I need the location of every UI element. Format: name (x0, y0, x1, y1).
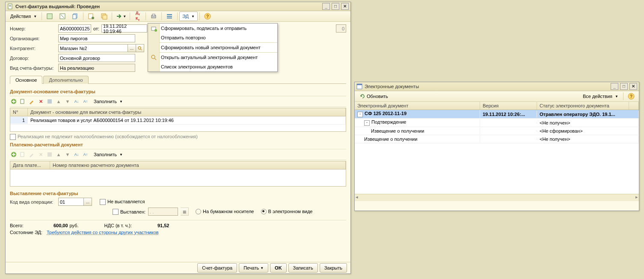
dd-sign-send[interactable]: Сформировать, подписать и отправить (148, 24, 277, 33)
dd-resend[interactable]: Отправить повторно (148, 33, 277, 42)
maximize2-button[interactable]: □ (620, 83, 628, 90)
sort-desc-icon[interactable]: A↑ (82, 98, 89, 105)
sort-desc2-icon[interactable]: A↑ (82, 151, 89, 158)
svg-rect-13 (167, 14, 172, 15)
list-icon[interactable] (163, 12, 175, 21)
tree-row[interactable]: Извещение о получении<Не сформирован> (355, 127, 639, 135)
copy2-icon[interactable] (19, 151, 27, 158)
type-input[interactable]: На реализацию (58, 64, 135, 72)
down-icon[interactable]: ▼ (64, 98, 71, 105)
close-button-footer[interactable]: Закрыть (320, 263, 347, 273)
edit-icon[interactable] (28, 98, 36, 105)
col-status: Статус электронного документа (537, 102, 629, 110)
table-row[interactable]: 1 Реализация товаров и услуг АБ000000154… (10, 116, 346, 125)
svg-rect-6 (73, 15, 76, 19)
svg-text:?: ? (630, 94, 632, 99)
edit2-icon[interactable] (28, 151, 36, 158)
structure-icon[interactable] (98, 12, 110, 21)
issued-date[interactable]: . . (148, 208, 178, 216)
add-icon[interactable] (10, 98, 18, 105)
date-input[interactable]: 19.11.2012 10:19:46 (101, 24, 147, 33)
main-toolbar: Действия ▼ ▼ ДтКт ЭД ▼ ? (6, 11, 350, 22)
delete-icon[interactable]: ✕ (37, 98, 45, 105)
disk2-icon[interactable] (46, 151, 53, 158)
counter-input[interactable]: Магазин №2 (58, 44, 128, 52)
svg-point-27 (154, 29, 157, 32)
opcode-select[interactable]: … (84, 198, 92, 206)
footer: Счет-фактура Печать ▼ OK Записать Закрыт… (6, 262, 350, 273)
nds-label: НДС (в т. ч.): (104, 223, 132, 228)
close-button[interactable]: ✕ (341, 3, 349, 10)
svg-point-28 (151, 55, 155, 59)
post-icon[interactable] (56, 12, 68, 21)
magnify-icon (151, 54, 157, 61)
number-input[interactable]: АБ000000125 (58, 24, 91, 33)
dtct-icon[interactable]: ДтКт (132, 12, 144, 21)
sort-asc-icon[interactable]: A↓ (73, 98, 80, 105)
down2-icon[interactable]: ▼ (64, 151, 71, 158)
state-link[interactable]: Требуются действия со стороны других уча… (47, 230, 159, 235)
contract-input[interactable]: Основной договор (58, 54, 135, 62)
copy-row-icon[interactable] (19, 98, 27, 105)
electronic-radio[interactable] (261, 209, 267, 214)
hscroll[interactable]: ◂▸ (355, 194, 639, 201)
sort-asc2-icon[interactable]: A↓ (73, 151, 80, 158)
fill-button[interactable]: Заполнить ▼ (91, 97, 126, 106)
actions-button[interactable]: Действия ▼ (7, 12, 40, 21)
expander-icon[interactable]: - (357, 112, 363, 117)
tree-row[interactable]: Извещение о получении<Не получен> (355, 135, 639, 143)
paper-radio[interactable] (196, 209, 201, 214)
ed-dropdown-button[interactable]: ЭД ▼ (179, 12, 198, 21)
list-window-icon (356, 83, 362, 89)
tree-row[interactable]: -СФ 125 2012-11-1919.11.2012 10:26:...От… (355, 110, 639, 119)
print-icon[interactable] (148, 12, 160, 21)
all-actions-button[interactable]: Все действия ▼ (580, 92, 621, 101)
ok-button[interactable]: OK (270, 263, 287, 273)
minimize2-button[interactable]: _ (611, 83, 618, 90)
col-n: N° (10, 108, 28, 116)
tab-main[interactable]: Основное (10, 76, 42, 84)
col-doc: Документ - основание для выписки счета-ф… (28, 108, 346, 116)
fill2-button[interactable]: Заполнить ▼ (91, 150, 126, 159)
issued-date-select[interactable]: ▦ (181, 208, 189, 216)
toolbar2: Обновить Все действия ▼ ? (355, 91, 639, 102)
delete2-icon[interactable]: ✕ (37, 151, 45, 158)
col-paynum: Номер платежно расчетного документа (50, 161, 346, 169)
apply-icon[interactable] (44, 12, 56, 21)
copy-icon[interactable] (69, 12, 81, 21)
goto-icon[interactable]: ▼ (114, 12, 128, 21)
help2-icon[interactable]: ? (625, 92, 637, 101)
opcode-input[interactable]: 01 (58, 198, 84, 206)
save-button[interactable]: Записать (288, 263, 318, 273)
taxfree-checkbox[interactable] (10, 134, 16, 140)
dd-new-edoc[interactable]: Сформировать новый электронный документ (148, 43, 277, 52)
add2-icon[interactable] (10, 151, 18, 158)
refresh-button[interactable]: Обновить (356, 92, 391, 101)
ed-dropdown-menu: Сформировать, подписать и отправить Отпр… (148, 23, 278, 72)
help-icon[interactable]: ? (202, 12, 214, 21)
contract-label: Договор: (10, 56, 58, 61)
select-button[interactable]: … (128, 44, 136, 52)
tab-extra[interactable]: Дополнительно (43, 76, 88, 84)
minimize-button[interactable]: _ (322, 3, 330, 10)
expander-icon[interactable]: - (364, 120, 370, 126)
section1-title: Документ-основание счета-фактуры (10, 89, 346, 94)
col-ver: Версия (480, 102, 537, 110)
state-label: Состояние ЭД: (10, 230, 42, 235)
issued-checkbox[interactable] (113, 209, 119, 215)
tree-row[interactable]: -Подтверждение<Не получен> (355, 119, 639, 127)
up-icon[interactable]: ▲ (55, 98, 62, 105)
invoice-button[interactable]: Счет-фактура (197, 263, 237, 273)
lookup-button[interactable] (136, 44, 144, 52)
close2-button[interactable]: ✕ (629, 83, 637, 90)
org-input[interactable]: Мир пирогов (58, 34, 135, 42)
dd-list-edocs[interactable]: Список электронных документов (148, 62, 277, 71)
svg-rect-10 (103, 15, 107, 19)
save-disk-icon[interactable] (46, 98, 53, 105)
maximize-button[interactable]: □ (332, 3, 339, 10)
not-issued-checkbox[interactable] (100, 199, 106, 205)
dd-open-edoc[interactable]: Открыть актуальный электронный документ (148, 53, 277, 62)
print-button[interactable]: Печать ▼ (239, 263, 268, 273)
basis-icon[interactable] (85, 12, 97, 21)
up2-icon[interactable]: ▲ (55, 151, 62, 158)
